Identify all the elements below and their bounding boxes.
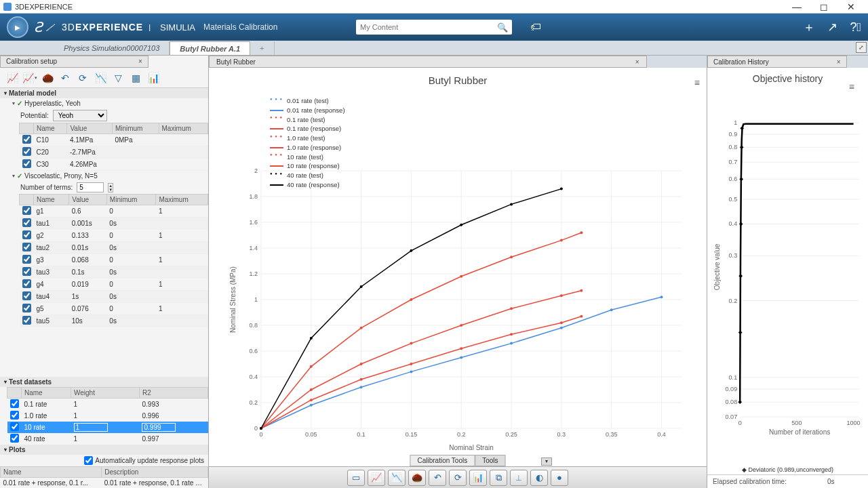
doc-tab-physics[interactable]: Physics Simulation00007103 [54,41,170,55]
panel-tab-calibration-setup[interactable]: Calibration setup× [0,56,149,68]
region-tool-icon[interactable]: ◐ [530,470,548,486]
svg-text:1: 1 [254,296,258,303]
param-row[interactable]: g10.601 [20,205,208,218]
param-row[interactable]: tau510s0s [20,315,208,327]
param-row[interactable]: C304.26MPa [20,159,208,171]
svg-text:0.07: 0.07 [726,413,738,420]
datasets-table: NameWeightR2 0.1 rate10.9931.0 rate10.99… [7,387,208,445]
tab-tools[interactable]: Tools [475,455,505,466]
document-tabs: Physics Simulation00007103 Butyl Rubber … [0,41,868,56]
svg-point-62 [510,307,513,310]
hyper-params-table: NameValueMinimumMaximum C104.1MPa0MPaC20… [19,123,208,171]
svg-text:1.6: 1.6 [249,219,258,226]
svg-text:0.7: 0.7 [729,159,738,165]
close-button[interactable]: ✕ [837,1,865,12]
fit-chart-icon[interactable]: 📉 [92,70,108,85]
compare-tool-icon[interactable]: ⧉ [490,470,507,486]
panel-tab-history[interactable]: Calibration History× [707,56,847,68]
param-row[interactable]: tau20.01s0s [20,242,208,254]
dataset-row[interactable]: 0.1 rate10.993 [7,399,208,411]
product-name: SIMULIA [160,22,195,33]
material-icon[interactable]: 🌰 [39,70,56,85]
module-name: Materials Calibration [203,22,277,32]
terms-input[interactable] [77,182,104,192]
svg-point-44 [460,357,462,359]
plots-header[interactable]: Plots [0,445,208,455]
panel-tab-chart[interactable]: Butyl Rubber× [209,56,647,68]
param-row[interactable]: g50.07601 [20,303,208,315]
chart-legend: 0.01 rate (test)0.01 rate (response)0.1 … [270,96,345,190]
objective-history-chart[interactable]: 050010000.070.080.090.10.20.30.40.50.60.… [707,83,868,465]
svg-text:0.4: 0.4 [249,373,258,380]
refresh-tool-icon[interactable]: ⟳ [449,470,467,486]
param-row[interactable]: C20-2.7MPa [20,146,208,159]
filter-icon[interactable]: ▽ [110,70,126,85]
potential-select[interactable]: Yeoh [53,110,107,121]
svg-point-55 [560,321,563,324]
chart-tool-icon[interactable]: 📈 [368,470,385,486]
stress-strain-chart[interactable]: 0.01 rate (test)0.01 rate (response)0.1 … [222,89,693,455]
export-chart-icon[interactable]: 📊 [145,70,161,85]
param-row[interactable]: C104.1MPa0MPa [20,134,208,146]
maximize-button[interactable]: ◻ [810,1,837,12]
setup-toolbar: 📈 📈 🌰 ↶ ⟳ 📉 ▽ ▦ 📊 [0,68,208,88]
svg-text:0.25: 0.25 [505,431,517,438]
test-datasets-header[interactable]: Test datasets [0,377,208,387]
axes-tool-icon[interactable]: ⟂ [510,470,528,486]
svg-text:Number of iterations: Number of iterations [769,428,830,436]
share-icon[interactable]: ↗ [827,20,837,35]
select-tool-icon[interactable]: ▭ [347,470,365,486]
svg-text:0.1: 0.1 [729,374,738,381]
close-icon[interactable]: × [635,58,639,66]
tab-calibration-tools[interactable]: Calibration Tools [410,455,475,466]
refresh-icon[interactable]: ⟳ [75,70,91,85]
tag-icon[interactable]: 🏷 [530,21,541,33]
fit-tool-icon[interactable]: 📊 [469,470,487,486]
param-row[interactable]: g30.06801 [20,254,208,266]
param-row[interactable]: tau30.1s0s [20,266,208,279]
dataset-row[interactable]: 40 rate10.997 [7,433,208,445]
undo-tool-icon[interactable]: ↶ [429,470,446,486]
chart-menu-icon[interactable]: ≡ [694,77,700,88]
add-icon[interactable]: ＋ [803,19,815,35]
param-row[interactable]: tau10.001s0s [20,218,208,230]
chart-dropdown-icon[interactable]: 📈 [22,70,38,85]
svg-point-66 [310,365,313,368]
chart-tool2-icon[interactable]: 📉 [388,470,406,486]
plot-row[interactable]: 0.01 rate + response, 0.1 r...0.01 rate … [1,478,208,489]
close-icon[interactable]: × [837,58,841,66]
param-row[interactable]: g40.01901 [20,279,208,291]
material-model-header[interactable]: Material model [0,88,208,98]
material-tool-icon[interactable]: 🌰 [408,470,426,486]
collapse-ribbon-button[interactable]: ⤢ [856,42,867,53]
search-input[interactable] [360,23,497,31]
visco-params-table: NameValueMinimumMaximum g10.601tau10.001… [19,194,208,327]
chart-add-icon[interactable]: 📈 [4,70,20,85]
search-icon[interactable]: 🔍 [497,22,508,33]
svg-text:0.4: 0.4 [657,431,666,438]
compass-icon[interactable] [7,16,28,38]
search-box[interactable]: 🔍 [356,20,512,35]
minimize-button[interactable]: — [783,1,810,12]
help-icon[interactable]: ?⃝ [850,20,861,35]
svg-point-50 [310,399,313,401]
dataset-row[interactable]: 10 rate [7,422,208,433]
svg-text:0.09: 0.09 [726,386,738,392]
undo-icon[interactable]: ↶ [57,70,73,85]
param-row[interactable]: tau41s0s [20,291,208,303]
viscoelastic-header[interactable]: ✓Viscoelastic, Prony, N=5 [0,171,208,181]
hyperelastic-header[interactable]: ✓Hyperelastic, Yeoh [0,98,208,108]
collapse-toolbar-icon[interactable]: ▾ [541,458,552,466]
doc-tab-butyl[interactable]: Butyl Rubber A.1 [170,41,250,55]
svg-text:0.2: 0.2 [729,298,738,304]
svg-point-78 [510,203,513,205]
dataset-row[interactable]: 1.0 rate10.996 [7,410,208,422]
sphere-tool-icon[interactable]: ● [551,470,568,486]
svg-point-73 [260,427,262,430]
table-icon[interactable]: ▦ [127,70,144,85]
param-row[interactable]: g20.13301 [20,230,208,242]
svg-rect-111 [738,400,742,404]
auto-update-checkbox[interactable]: Automatically update response plots [84,456,204,465]
spin-down-icon[interactable]: ▼ [108,188,113,192]
close-icon[interactable]: × [138,58,142,65]
